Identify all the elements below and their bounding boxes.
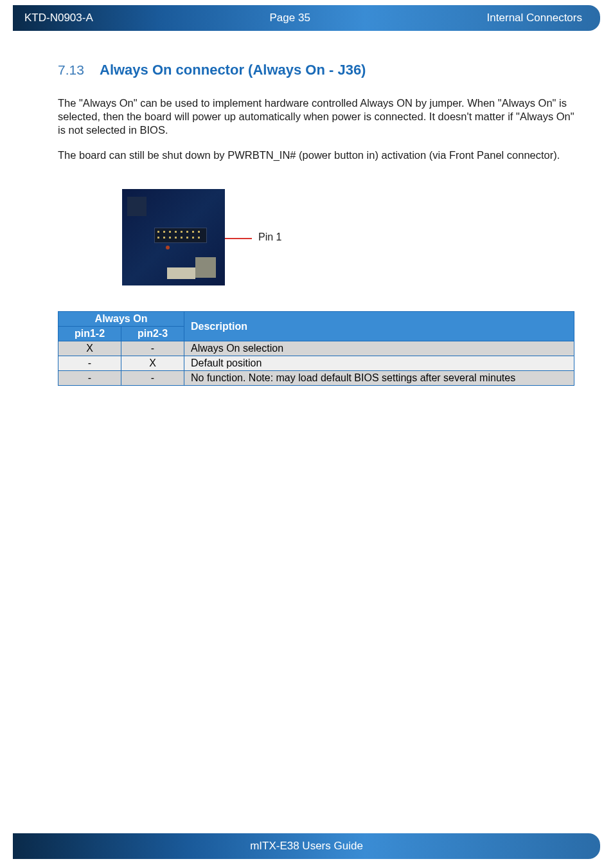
table-row: - X Default position [58,356,574,371]
col-group-always-on: Always On [58,312,184,327]
header-doc-id: KTD-N0903-A [24,12,93,24]
jumper-table-header-row-1: Always On Description [58,312,574,327]
board-component-icon [195,257,216,278]
col-pin1-2: pin1-2 [58,327,121,341]
jumper-table-head: Always On Description pin1-2 pin2-3 [58,312,574,341]
cell-desc: Always On selection [184,341,574,356]
pin1-marker-icon [166,246,170,249]
pin1-label: Pin 1 [258,231,281,243]
header-page-number: Page 35 [270,12,310,24]
cell-pin23: - [121,371,184,386]
board-connector-icon [167,267,195,279]
cell-desc: Default position [184,356,574,371]
cell-pin12: X [58,341,121,356]
jumper-table: Always On Description pin1-2 pin2-3 X - … [58,311,574,386]
cell-pin23: X [121,356,184,371]
section-number: 7.13 [58,62,84,77]
paragraph-2: The board can still be shut down by PWRB… [58,149,574,162]
col-pin2-3: pin2-3 [121,327,184,341]
page-header: KTD-N0903-A Page 35 Internal Connectors [13,5,600,31]
page-root: KTD-N0903-A Page 35 Internal Connectors … [0,0,613,868]
table-row: X - Always On selection [58,341,574,356]
page-footer: mITX-E38 Users Guide [13,833,600,859]
cell-pin12: - [58,356,121,371]
section-heading: 7.13 Always On connector (Always On - J3… [58,62,574,78]
pin1-callout: Pin 1 [225,231,281,243]
board-image-block: Pin 1 [122,189,574,285]
cell-pin23: - [121,341,184,356]
header-section: Internal Connectors [487,12,582,24]
table-row: - - No function. Note: may load default … [58,371,574,386]
content-area: 7.13 Always On connector (Always On - J3… [58,58,574,386]
cell-pin12: - [58,371,121,386]
col-description: Description [184,312,574,341]
paragraph-1: The "Always On" can be used to implement… [58,96,574,137]
jumper-table-body: X - Always On selection - X Default posi… [58,341,574,386]
cell-desc: No function. Note: may load default BIOS… [184,371,574,386]
footer-title: mITX-E38 Users Guide [250,840,363,853]
section-title: Always On connector (Always On - J36) [100,62,366,78]
board-header-pins-icon [157,230,202,239]
board-photo [122,189,225,285]
board-chip-icon [127,197,147,216]
